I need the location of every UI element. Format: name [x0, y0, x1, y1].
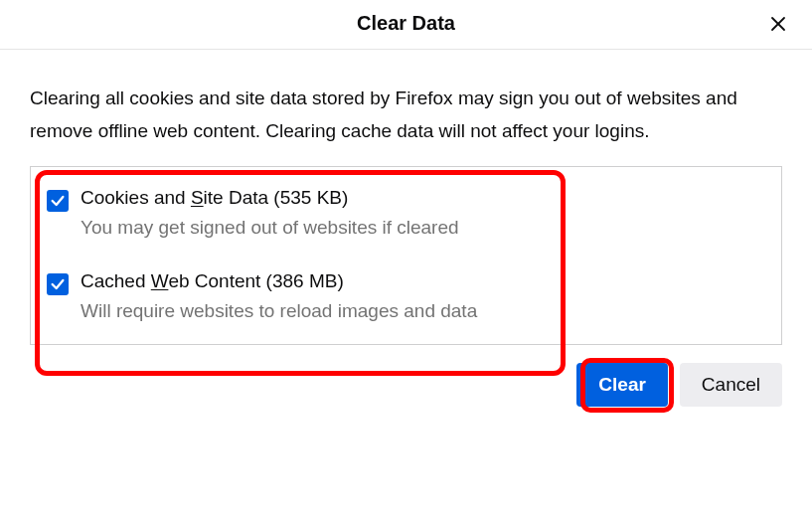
intro-text: Clearing all cookies and site data store…	[30, 82, 782, 148]
clear-button[interactable]: Clear	[576, 363, 668, 407]
close-icon	[769, 15, 787, 33]
option-cookies: Cookies and Site Data (535 KB) You may g…	[31, 167, 781, 245]
checkbox-cache[interactable]	[47, 273, 69, 295]
dialog-title: Clear Data	[0, 12, 812, 35]
check-icon	[50, 193, 66, 209]
check-icon	[50, 276, 66, 292]
dialog-body: Clearing all cookies and site data store…	[0, 50, 812, 345]
close-button[interactable]	[764, 10, 792, 38]
option-cookies-desc: You may get signed out of websites if cl…	[81, 217, 459, 239]
checkbox-cookies[interactable]	[47, 190, 69, 212]
option-cache-label: Cached Web Content (386 MB)	[81, 270, 477, 292]
cancel-button[interactable]: Cancel	[680, 363, 782, 407]
button-row: Clear Cancel	[0, 345, 812, 407]
option-cache-desc: Will require websites to reload images a…	[81, 300, 477, 322]
dialog-header: Clear Data	[0, 0, 812, 50]
option-cache: Cached Web Content (386 MB) Will require…	[31, 245, 781, 344]
option-cookies-label: Cookies and Site Data (535 KB)	[81, 187, 459, 209]
options-panel: Cookies and Site Data (535 KB) You may g…	[30, 166, 782, 345]
